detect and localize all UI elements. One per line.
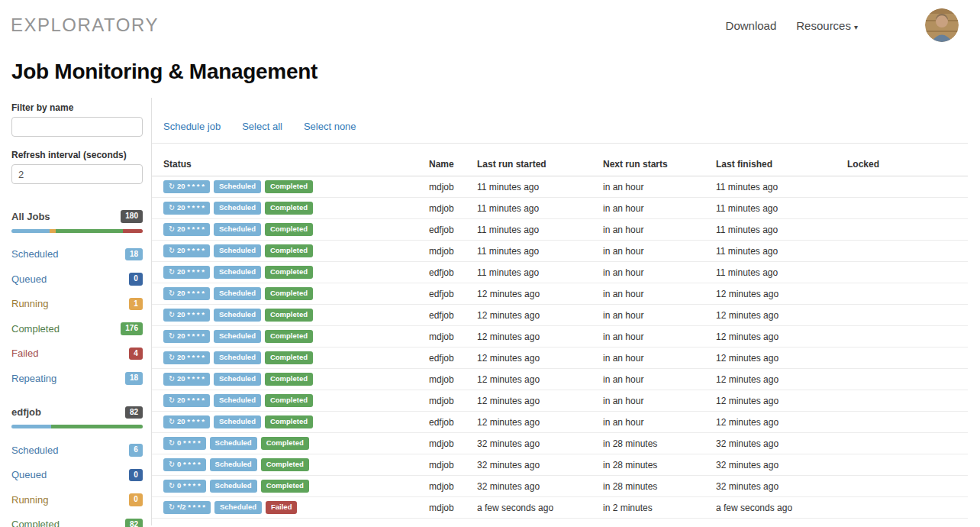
scheduled-badge: Scheduled xyxy=(214,501,262,514)
exploratory-logo[interactable]: EXPLORATORY xyxy=(11,15,159,36)
table-row[interactable]: ↻20 * * * * Scheduled Completed mdjob 11… xyxy=(152,198,968,219)
toolbar: Schedule job Select all Select none xyxy=(152,98,968,144)
job-name-cell: edfjob xyxy=(429,305,477,326)
run-state-badge: Completed xyxy=(265,394,313,407)
job-group-header[interactable]: All Jobs 180 xyxy=(11,210,143,223)
table-row[interactable]: ↻20 * * * * Scheduled Completed mdjob 11… xyxy=(152,241,968,262)
status-label: Queued xyxy=(11,273,47,285)
cron-expression: 20 * * * * xyxy=(177,267,205,276)
last-run-started-cell: 11 minutes ago xyxy=(477,219,603,241)
schedule-job-button[interactable]: Schedule job xyxy=(163,121,221,132)
run-state-badge: Completed xyxy=(265,202,313,215)
cron-badge: ↻20 * * * * xyxy=(163,373,210,386)
sidebar-status-item[interactable]: Running 0 xyxy=(11,493,143,506)
sidebar-status-item[interactable]: Completed 176 xyxy=(11,322,143,335)
column-header-last-run-started: Last run started xyxy=(477,144,603,176)
cron-expression: 0 * * * * xyxy=(177,438,201,447)
run-state-badge: Failed xyxy=(266,501,297,514)
sidebar-status-item[interactable]: Queued 0 xyxy=(11,273,143,286)
select-all-button[interactable]: Select all xyxy=(242,121,282,132)
sidebar-status-item[interactable]: Completed 82 xyxy=(11,519,143,527)
status-label: Running xyxy=(11,298,48,309)
table-row[interactable]: ↻20 * * * * Scheduled Completed edfjob 1… xyxy=(152,305,968,326)
table-row[interactable]: ↻20 * * * * Scheduled Completed mdjob 12… xyxy=(152,369,968,390)
refresh-icon: ↻ xyxy=(169,182,175,190)
scheduled-badge: Scheduled xyxy=(214,202,261,215)
last-finished-cell: 12 minutes ago xyxy=(716,348,847,369)
download-link[interactable]: Download xyxy=(726,19,777,32)
last-finished-cell: a few seconds ago xyxy=(716,497,847,519)
locked-cell xyxy=(847,348,968,369)
status-count-badge: 1 xyxy=(129,298,143,311)
sidebar-status-item[interactable]: Failed 4 xyxy=(11,348,143,360)
table-row[interactable]: ↻0 * * * * Scheduled Completed mdjob 32 … xyxy=(152,476,968,497)
job-group-status-bar xyxy=(11,425,143,428)
status-label: Running xyxy=(11,494,48,506)
next-run-starts-cell: in an hour xyxy=(603,412,716,433)
refresh-icon: ↻ xyxy=(169,246,175,254)
sidebar-status-item[interactable]: Queued 0 xyxy=(11,469,143,482)
cron-badge: ↻20 * * * * xyxy=(163,309,210,322)
table-row[interactable]: ↻0 * * * * Scheduled Completed mdjob 32 … xyxy=(152,454,968,476)
table-row[interactable]: ↻20 * * * * Scheduled Completed mdjob 12… xyxy=(152,390,968,412)
status-label: Queued xyxy=(11,469,47,480)
status-cell: ↻20 * * * * Scheduled Completed xyxy=(152,262,429,283)
table-row[interactable]: ↻20 * * * * Scheduled Completed edfjob 1… xyxy=(152,412,968,433)
table-row[interactable]: ↻0 * * * * Scheduled Completed mdjob 32 … xyxy=(152,433,968,454)
sidebar-status-item[interactable]: Scheduled 18 xyxy=(11,248,143,261)
status-cell: ↻0 * * * * Scheduled Completed xyxy=(152,476,429,497)
last-run-started-cell: 32 minutes ago xyxy=(477,476,603,497)
status-count-badge: 176 xyxy=(121,322,143,335)
user-avatar[interactable] xyxy=(925,8,959,42)
status-badges: ↻20 * * * * Scheduled Completed xyxy=(163,287,429,300)
last-finished-cell: 11 minutes ago xyxy=(716,219,847,241)
sidebar-status-item[interactable]: Repeating 18 xyxy=(11,372,143,385)
main-panel: Schedule job Select all Select none Stat… xyxy=(152,98,980,525)
table-row[interactable]: ↻20 * * * * Scheduled Completed edfjob 1… xyxy=(152,348,968,369)
status-cell: ↻20 * * * * Scheduled Completed xyxy=(152,176,429,198)
job-name-cell: mdjob xyxy=(429,326,477,348)
select-none-button[interactable]: Select none xyxy=(304,121,356,132)
last-run-started-cell: 32 minutes ago xyxy=(477,433,603,454)
table-row[interactable]: ↻20 * * * * Scheduled Completed mdjob 11… xyxy=(152,176,968,198)
avatar-photo xyxy=(925,8,959,42)
sidebar-status-item[interactable]: Scheduled 6 xyxy=(11,444,143,457)
status-label: Completed xyxy=(11,519,60,527)
table-row[interactable]: ↻20 * * * * Scheduled Completed edfjob 1… xyxy=(152,219,968,241)
next-run-starts-cell: in 2 minutes xyxy=(603,497,716,519)
last-run-started-cell: 11 minutes ago xyxy=(477,198,603,219)
job-group-header[interactable]: edfjob 82 xyxy=(11,406,143,419)
last-finished-cell: 12 minutes ago xyxy=(716,326,847,348)
table-row[interactable]: ↻20 * * * * Scheduled Completed edfjob 1… xyxy=(152,283,968,305)
refresh-icon: ↻ xyxy=(169,374,175,383)
filter-by-name-input[interactable] xyxy=(11,117,143,137)
next-run-starts-cell: in an hour xyxy=(603,390,716,412)
cron-expression: 20 * * * * xyxy=(177,417,205,425)
job-name-cell: edfjob xyxy=(429,348,477,369)
scheduled-badge: Scheduled xyxy=(214,244,261,257)
status-badges: ↻0 * * * * Scheduled Completed xyxy=(163,458,429,471)
status-label: Completed xyxy=(11,323,60,335)
locked-cell xyxy=(847,219,968,241)
cron-badge: ↻20 * * * * xyxy=(163,180,210,193)
table-row[interactable]: ↻*/2 * * * * Scheduled Failed mdjob a fe… xyxy=(152,497,968,519)
status-cell: ↻20 * * * * Scheduled Completed xyxy=(152,198,429,219)
refresh-interval-input[interactable] xyxy=(11,164,143,184)
locked-cell xyxy=(847,283,968,305)
table-row[interactable]: ↻20 * * * * Scheduled Completed edfjob 1… xyxy=(152,262,968,283)
locked-cell xyxy=(847,412,968,433)
table-row[interactable]: ↻20 * * * * Scheduled Completed mdjob 12… xyxy=(152,326,968,348)
status-badges: ↻20 * * * * Scheduled Completed xyxy=(163,223,429,236)
resources-menu[interactable]: Resources▾ xyxy=(796,19,858,32)
status-cell: ↻20 * * * * Scheduled Completed xyxy=(152,283,429,305)
job-name-cell: edfjob xyxy=(429,219,477,241)
run-state-badge: Completed xyxy=(265,309,313,322)
cron-badge: ↻20 * * * * xyxy=(163,287,210,300)
column-header-locked: Locked xyxy=(847,144,968,176)
scheduled-badge: Scheduled xyxy=(214,180,261,193)
run-state-badge: Completed xyxy=(265,373,313,386)
job-name-cell: mdjob xyxy=(429,476,477,497)
sidebar-status-item[interactable]: Running 1 xyxy=(11,298,143,311)
job-group-total-badge: 82 xyxy=(125,406,143,419)
job-group-status-bar xyxy=(11,229,143,233)
